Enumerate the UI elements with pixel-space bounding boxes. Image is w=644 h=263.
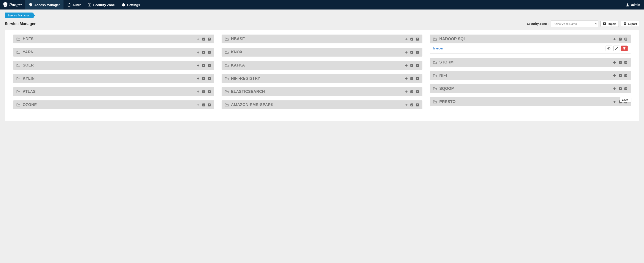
add-service-button[interactable]: [404, 77, 408, 80]
add-service-button[interactable]: [196, 64, 200, 67]
service-name: KAFKA: [231, 63, 245, 68]
edit-square-icon: [410, 64, 414, 67]
gear-icon: [122, 3, 126, 7]
user-name: admin: [631, 3, 640, 6]
service-card: SOLR: [13, 61, 214, 70]
open-service-type-button[interactable]: [207, 77, 211, 80]
add-service-button[interactable]: [613, 100, 616, 104]
edit-service-button[interactable]: [613, 46, 620, 51]
open-service-type-button[interactable]: [416, 90, 420, 94]
add-service-button[interactable]: [196, 77, 200, 80]
service-name: ELASTICSEARCH: [231, 90, 265, 94]
service-name: STORM: [439, 60, 454, 64]
open-service-type-button[interactable]: [416, 77, 420, 80]
edit-square-icon: [618, 74, 622, 78]
open-external-icon: [207, 103, 211, 107]
open-external-icon: [624, 87, 628, 91]
add-service-button[interactable]: [404, 50, 408, 54]
service-instance-link[interactable]: hivedev: [433, 47, 443, 50]
open-service-type-button[interactable]: [624, 60, 628, 64]
service-card: KYLIN: [13, 74, 214, 83]
open-service-type-button[interactable]: [207, 64, 211, 67]
user-menu[interactable]: admin: [622, 0, 644, 10]
open-service-type-button[interactable]: [624, 74, 628, 78]
edit-service-type-button[interactable]: [410, 50, 414, 54]
nav-item-settings[interactable]: Settings: [118, 0, 144, 10]
delete-service-button[interactable]: [621, 46, 628, 51]
nav-item-label: Settings: [127, 3, 140, 7]
open-service-type-button[interactable]: [207, 103, 211, 107]
add-service-button[interactable]: [613, 87, 616, 91]
folder-icon: [433, 37, 437, 41]
open-service-type-button[interactable]: [207, 37, 211, 41]
service-column: HBASEKNOXKAFKANIFI-REGISTRYELASTICSEARCH…: [222, 34, 423, 114]
add-service-button[interactable]: [613, 37, 616, 41]
add-service-button[interactable]: [613, 60, 616, 64]
open-external-icon: [207, 90, 211, 94]
plus-icon: [613, 100, 616, 104]
open-service-type-button[interactable]: [416, 50, 420, 54]
add-service-button[interactable]: [404, 37, 408, 41]
service-instance-row: hivedev: [430, 44, 630, 53]
add-service-button[interactable]: [196, 50, 200, 54]
import-button[interactable]: Import: [600, 21, 618, 27]
add-service-button[interactable]: [196, 37, 200, 41]
nav-item-audit[interactable]: Audit: [64, 0, 84, 10]
security-zone-select[interactable]: Select Zone Name: [551, 20, 598, 27]
folder-icon: [433, 86, 437, 91]
edit-service-type-button[interactable]: [410, 103, 414, 107]
nav-item-security-zone[interactable]: Security Zone: [84, 0, 118, 10]
folder-icon: [16, 76, 20, 81]
service-header: YARN: [13, 48, 214, 56]
open-service-type-button[interactable]: [416, 64, 420, 67]
service-header: PRESTO: [430, 98, 631, 106]
edit-service-type-button[interactable]: [410, 90, 414, 94]
open-service-type-button[interactable]: [624, 37, 628, 41]
view-service-button[interactable]: [606, 46, 612, 51]
edit-service-type-button[interactable]: [410, 37, 414, 41]
export-button[interactable]: Export: [621, 21, 639, 27]
open-service-type-button[interactable]: [624, 87, 628, 91]
add-service-button[interactable]: [404, 90, 408, 94]
service-name: YARN: [23, 50, 34, 54]
top-navbar: R Ranger Access ManagerAuditSecurity Zon…: [0, 0, 644, 10]
edit-service-type-button[interactable]: [410, 77, 414, 80]
service-name: KNOX: [231, 50, 242, 54]
edit-service-type-button[interactable]: [202, 77, 206, 80]
edit-service-type-button[interactable]: [618, 87, 622, 91]
edit-service-type-button[interactable]: [618, 60, 622, 64]
brand-text: Ranger: [9, 2, 22, 7]
edit-service-type-button[interactable]: [202, 103, 206, 107]
service-card: ELASTICSEARCH: [222, 87, 423, 96]
service-card: YARN: [13, 48, 214, 56]
edit-service-type-button[interactable]: [410, 64, 414, 67]
breadcrumb-chip[interactable]: Service Manager: [5, 12, 33, 18]
edit-service-type-button[interactable]: [618, 74, 622, 78]
folder-icon: [16, 90, 20, 94]
open-service-type-button[interactable]: [207, 50, 211, 54]
open-external-icon: [207, 77, 211, 80]
open-service-type-button[interactable]: [416, 37, 420, 41]
brand-shield-icon: R: [3, 2, 8, 8]
service-header: NIFI-REGISTRY: [222, 74, 423, 83]
plus-icon: [613, 74, 616, 78]
service-card: NIFI: [430, 71, 631, 80]
open-service-type-button[interactable]: [416, 103, 420, 107]
service-name: SOLR: [23, 63, 34, 68]
open-service-type-button[interactable]: [207, 90, 211, 94]
add-service-button[interactable]: [196, 103, 200, 107]
brand[interactable]: R Ranger: [0, 0, 25, 10]
nav-item-access-manager[interactable]: Access Manager: [25, 0, 63, 10]
nav-item-label: Security Zone: [93, 3, 115, 7]
edit-service-type-button[interactable]: [202, 37, 206, 41]
edit-service-type-button[interactable]: [618, 37, 622, 41]
service-name: KYLIN: [23, 76, 35, 81]
add-service-button[interactable]: [613, 74, 616, 78]
add-service-button[interactable]: [404, 103, 408, 107]
edit-service-type-button[interactable]: [202, 90, 206, 94]
edit-service-type-button[interactable]: [202, 64, 206, 67]
open-external-icon: [416, 77, 420, 80]
edit-service-type-button[interactable]: [202, 50, 206, 54]
add-service-button[interactable]: [196, 90, 200, 94]
add-service-button[interactable]: [404, 64, 408, 67]
